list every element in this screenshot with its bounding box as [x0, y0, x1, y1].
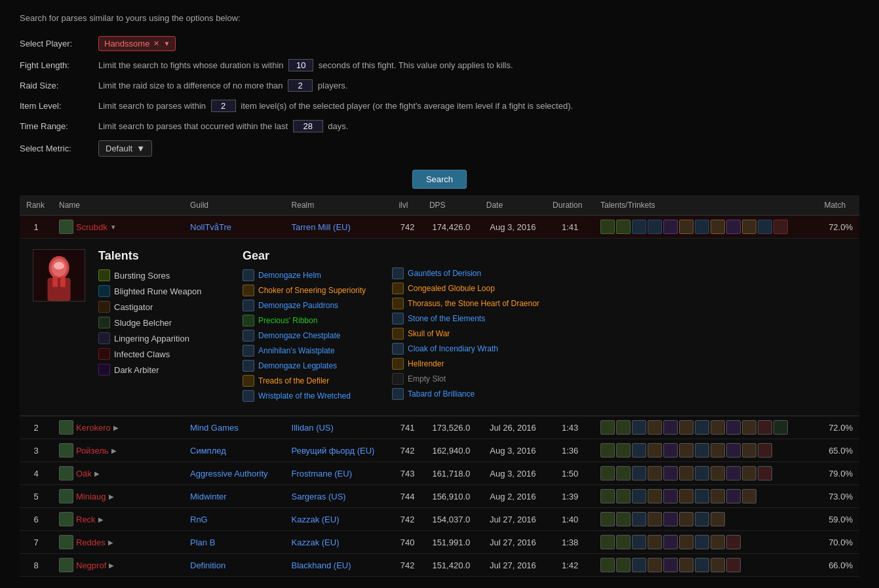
- guild-link[interactable]: Midwinter: [190, 492, 227, 501]
- guild-cell[interactable]: NollTvåTre: [184, 216, 285, 239]
- name-cell[interactable]: Oák ▶: [52, 462, 184, 485]
- guild-cell[interactable]: Симплед: [184, 439, 285, 462]
- realm-link[interactable]: Kazzak (EU): [292, 515, 340, 524]
- spec-icon: [59, 512, 73, 526]
- gear-name[interactable]: Skull of War: [408, 329, 450, 338]
- realm-cell[interactable]: Ревущий фьорд (EU): [285, 439, 393, 462]
- trinket-icon: [726, 220, 741, 234]
- gear-name[interactable]: Annihilan's Waistplate: [258, 346, 335, 355]
- guild-link[interactable]: Aggressive Authority: [190, 469, 268, 479]
- talent-item: Blighted Rune Weapon: [98, 285, 229, 297]
- gear-name[interactable]: Gauntlets of Derision: [408, 269, 481, 278]
- table-row[interactable]: 8 Negprof ▶ Definition Blackhand (EU) 74…: [20, 554, 859, 577]
- gear-name[interactable]: Demongaze Pauldrons: [258, 301, 338, 310]
- gear-item: Thorasus, the Stone Heart of Draenor: [392, 298, 539, 309]
- realm-cell[interactable]: Sargeras (US): [285, 485, 393, 508]
- guild-cell[interactable]: RnG: [184, 508, 285, 531]
- trinkets-cell: [594, 531, 817, 554]
- name-cell[interactable]: Reddes ▶: [52, 531, 184, 554]
- player-link[interactable]: Oák: [76, 469, 92, 479]
- name-cell[interactable]: Negprof ▶: [52, 554, 184, 577]
- raid-size-input[interactable]: [288, 79, 313, 92]
- guild-cell[interactable]: Definition: [184, 554, 285, 577]
- player-link[interactable]: Miniaug: [76, 492, 106, 501]
- guild-link[interactable]: Definition: [190, 560, 225, 570]
- gear-name[interactable]: Choker of Sneering Superiority: [258, 286, 366, 295]
- gear-name[interactable]: Precious' Ribbon: [258, 316, 317, 325]
- guild-link[interactable]: NollTvåTre: [190, 222, 231, 232]
- player-dropdown-arrow[interactable]: ▼: [163, 40, 170, 47]
- realm-link[interactable]: Kazzak (EU): [292, 538, 340, 547]
- table-row[interactable]: 1 Scrubdk ▼ NollTvåTre Tarren Mill (EU) …: [20, 216, 859, 239]
- table-row[interactable]: 5 Miniaug ▶ Midwinter Sargeras (US) 744 …: [20, 485, 859, 508]
- player-link[interactable]: Scrubdk: [76, 222, 107, 232]
- realm-link[interactable]: Illidan (US): [292, 423, 334, 433]
- player-link[interactable]: Kerokero: [76, 423, 111, 433]
- player-selector[interactable]: Handssome ✕ ▼: [98, 36, 176, 51]
- player-link[interactable]: Negprof: [76, 560, 106, 570]
- player-link[interactable]: Reck: [76, 515, 96, 524]
- table-row[interactable]: 3 Ройзель ▶ Симплед Ревущий фьорд (EU) 7…: [20, 439, 859, 462]
- gear-name[interactable]: Demongaze Helm: [258, 271, 321, 280]
- raid-size-desc: Limit the raid size to a difference of n…: [98, 79, 347, 92]
- realm-cell[interactable]: Kazzak (EU): [285, 508, 393, 531]
- name-cell[interactable]: Kerokero ▶: [52, 416, 184, 439]
- talent-icon: [98, 332, 110, 344]
- gear-name[interactable]: Hellrender: [408, 359, 444, 368]
- expand-arrow[interactable]: ▶: [109, 493, 114, 500]
- expand-arrow[interactable]: ▶: [108, 539, 113, 546]
- table-row[interactable]: 6 Reck ▶ RnG Kazzak (EU) 742 154,037.0 J…: [20, 508, 859, 531]
- expand-arrow[interactable]: ▶: [113, 424, 119, 431]
- fight-length-input[interactable]: [288, 59, 313, 71]
- realm-link[interactable]: Frostmane (EU): [292, 469, 352, 479]
- table-row[interactable]: 7 Reddes ▶ Plan B Kazzak (EU) 740 151,99…: [20, 531, 859, 554]
- guild-cell[interactable]: Plan B: [184, 531, 285, 554]
- guild-link[interactable]: Симплед: [190, 446, 226, 456]
- expand-arrow[interactable]: ▶: [109, 562, 114, 569]
- guild-link[interactable]: RnG: [190, 515, 208, 524]
- table-row[interactable]: 2 Kerokero ▶ Mind Games Illidan (US) 741…: [20, 416, 859, 439]
- gear-name[interactable]: Demongaze Chestplate: [258, 331, 340, 340]
- guild-cell[interactable]: Mind Games: [184, 416, 285, 439]
- realm-cell[interactable]: Frostmane (EU): [285, 462, 393, 485]
- table-row[interactable]: 4 Oák ▶ Aggressive Authority Frostmane (…: [20, 462, 859, 485]
- guild-link[interactable]: Plan B: [190, 538, 215, 547]
- col-date: Date: [480, 195, 546, 216]
- guild-link[interactable]: Mind Games: [190, 423, 239, 433]
- time-range-input[interactable]: [293, 120, 323, 132]
- guild-cell[interactable]: Aggressive Authority: [184, 462, 285, 485]
- expand-arrow[interactable]: ▼: [110, 224, 117, 231]
- remove-player-icon[interactable]: ✕: [153, 39, 159, 48]
- player-link[interactable]: Ройзель: [76, 446, 109, 456]
- gear-name[interactable]: Wristplate of the Wretched: [258, 391, 351, 401]
- gear-name[interactable]: Thorasus, the Stone Heart of Draenor: [408, 299, 539, 308]
- realm-link[interactable]: Blackhand (EU): [292, 560, 351, 570]
- gear-name[interactable]: Congealed Globule Loop: [408, 284, 495, 293]
- gear-name[interactable]: Demongaze Legplates: [258, 361, 337, 370]
- gear-name[interactable]: Cloak of Incendiary Wrath: [408, 344, 498, 353]
- gear-name[interactable]: Tabard of Brilliance: [408, 389, 475, 399]
- search-button[interactable]: Search: [412, 170, 467, 189]
- gear-name[interactable]: Treads of the Defiler: [258, 376, 329, 385]
- realm-link[interactable]: Sargeras (US): [292, 492, 346, 501]
- guild-cell[interactable]: Midwinter: [184, 485, 285, 508]
- expand-arrow[interactable]: ▶: [111, 447, 117, 454]
- gear-name[interactable]: Stone of the Elements: [408, 314, 485, 323]
- realm-cell[interactable]: Kazzak (EU): [285, 531, 393, 554]
- name-cell[interactable]: Reck ▶: [52, 508, 184, 531]
- realm-cell[interactable]: Illidan (US): [285, 416, 393, 439]
- player-link[interactable]: Reddes: [76, 538, 106, 547]
- name-cell[interactable]: Scrubdk ▼: [52, 216, 184, 239]
- trinket-icon: [632, 220, 646, 234]
- realm-link[interactable]: Ревущий фьорд (EU): [292, 446, 375, 456]
- trinket-icon: [648, 220, 662, 234]
- metric-dropdown[interactable]: Default ▼: [98, 140, 152, 157]
- realm-cell[interactable]: Tarren Mill (EU): [285, 216, 393, 239]
- name-cell[interactable]: Ройзель ▶: [52, 439, 184, 462]
- item-level-input[interactable]: [211, 100, 236, 112]
- expand-arrow[interactable]: ▶: [98, 516, 104, 523]
- name-cell[interactable]: Miniaug ▶: [52, 485, 184, 508]
- expand-arrow[interactable]: ▶: [94, 470, 100, 477]
- realm-cell[interactable]: Blackhand (EU): [285, 554, 393, 577]
- realm-link[interactable]: Tarren Mill (EU): [292, 222, 351, 232]
